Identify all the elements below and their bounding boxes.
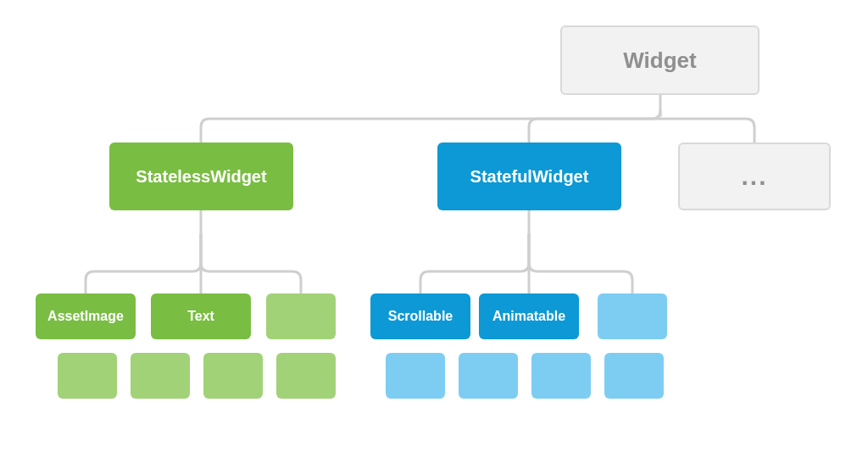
node-stateless-extra-4 [276, 353, 336, 399]
node-widget-root: Widget [560, 25, 760, 95]
node-stateless-extra-2 [131, 353, 190, 399]
node-label: ... [741, 162, 767, 191]
node-stateful-extra-1 [386, 353, 445, 399]
node-stateful-widget: StatefulWidget [437, 142, 621, 210]
node-label: Animatable [492, 309, 565, 324]
node-label: Text [187, 309, 214, 324]
node-stateful-extra-3 [531, 353, 591, 399]
node-stateless-widget: StatelessWidget [109, 142, 293, 210]
node-stateless-placeholder [266, 293, 336, 339]
node-stateful-placeholder [598, 293, 667, 339]
node-stateless-extra-1 [58, 353, 117, 399]
node-label: StatefulWidget [470, 167, 589, 187]
node-label: Scrollable [388, 309, 453, 324]
node-label: AssetImage [47, 309, 124, 324]
node-more-ellipsis: ... [678, 142, 831, 210]
node-stateless-extra-3 [203, 353, 263, 399]
node-text: Text [151, 293, 251, 339]
node-animatable: Animatable [479, 293, 579, 339]
node-label: Widget [623, 48, 696, 74]
node-scrollable: Scrollable [370, 293, 470, 339]
node-stateful-extra-4 [604, 353, 664, 399]
node-stateful-extra-2 [459, 353, 518, 399]
node-asset-image: AssetImage [36, 293, 136, 339]
node-label: StatelessWidget [136, 167, 266, 187]
